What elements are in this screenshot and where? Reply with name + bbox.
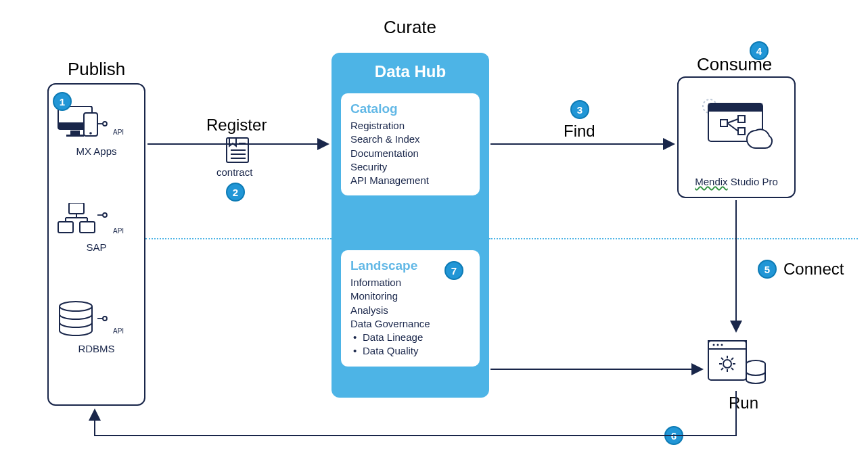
api-label-2: API [113, 227, 124, 235]
run-label: Run [729, 394, 758, 413]
svg-point-36 [717, 344, 719, 346]
sap-icon [57, 203, 111, 237]
connect-label: Connect [783, 260, 844, 279]
find-label: Find [564, 122, 595, 141]
mx-apps-icon [57, 106, 111, 140]
svg-rect-9 [58, 222, 73, 233]
svg-point-15 [103, 213, 107, 217]
rdbms-label: RDBMS [49, 343, 144, 354]
sap-label: SAP [49, 241, 144, 253]
svg-point-6 [103, 122, 107, 126]
badge-5: 5 [758, 260, 777, 279]
mx-apps-label: MX Apps [49, 145, 144, 157]
studio-pro-icon [700, 97, 775, 151]
register-label: Register [206, 116, 267, 135]
svg-point-37 [721, 344, 723, 346]
catalog-item-3: Security [350, 160, 470, 174]
svg-point-17 [60, 302, 92, 311]
landscape-item-2: Analysis [350, 304, 470, 317]
consume-box: Mendix Studio Pro [677, 76, 796, 198]
datahub-title: Data Hub [332, 62, 489, 81]
badge-7: 7 [444, 261, 463, 280]
badge-1: 1 [53, 92, 72, 111]
contract-icon [225, 137, 250, 164]
badge-6: 6 [664, 426, 683, 445]
contract-caption: contract [216, 166, 252, 178]
svg-rect-8 [69, 203, 84, 214]
catalog-title: Catalog [350, 101, 470, 116]
datahub-box: Data Hub Catalog Registration Search & I… [332, 53, 489, 398]
catalog-item-1: Search & Index [350, 133, 470, 146]
landscape-item-1: Monitoring [350, 289, 470, 303]
badge-4: 4 [750, 41, 769, 60]
badge-3: 3 [570, 100, 589, 119]
diagram-canvas: Publish Curate Consume API MX Apps [0, 0, 868, 470]
publish-title: Publish [68, 59, 125, 80]
consume-caption: Mendix Studio Pro [679, 176, 794, 187]
consume-caption-highlight: Mendix [695, 176, 727, 187]
catalog-item-2: Documentation [350, 147, 470, 160]
catalog-item-0: Registration [350, 119, 470, 133]
api-label-1: API [113, 128, 124, 136]
svg-point-35 [713, 344, 715, 346]
dotted-separator-left [145, 238, 332, 239]
svg-rect-3 [66, 135, 84, 137]
consume-caption-rest: Studio Pro [728, 176, 778, 187]
badge-2: 2 [226, 183, 245, 202]
run-icon [707, 337, 768, 387]
catalog-panel: Catalog Registration Search & Index Docu… [341, 93, 480, 195]
svg-point-18 [103, 316, 107, 321]
svg-point-5 [89, 132, 92, 135]
landscape-bullet-0: Data Lineage [350, 331, 470, 344]
landscape-item-3: Data Governance [350, 317, 470, 331]
api-label-3: API [113, 327, 124, 335]
dotted-separator-right [489, 238, 858, 239]
rdbms-icon [57, 301, 111, 338]
catalog-item-4: API Management [350, 174, 470, 187]
publish-box: API MX Apps API SAP API RDBMS [47, 83, 145, 406]
svg-rect-2 [70, 131, 80, 135]
svg-rect-27 [708, 103, 762, 112]
svg-rect-10 [80, 222, 95, 233]
landscape-bullet-1: Data Quality [350, 344, 470, 358]
curate-title: Curate [384, 17, 436, 38]
